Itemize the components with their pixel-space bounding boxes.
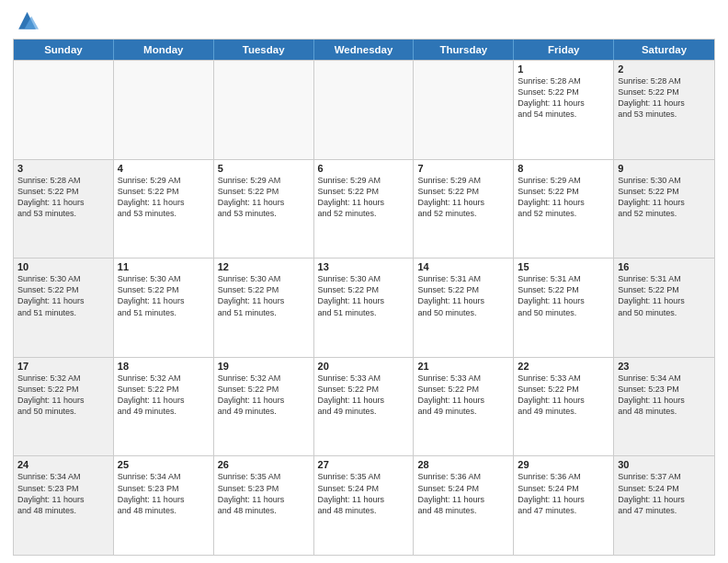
calendar-cell-11: 11Sunrise: 5:30 AM Sunset: 5:22 PM Dayli… [114,259,214,357]
day-info: Sunrise: 5:36 AM Sunset: 5:24 PM Dayligh… [417,471,509,516]
day-number: 17 [17,361,109,372]
day-number: 22 [518,361,609,372]
day-number: 19 [218,361,310,372]
calendar-cell-9: 9Sunrise: 5:30 AM Sunset: 5:22 PM Daylig… [614,160,714,259]
day-number: 23 [618,361,711,372]
header-day-tuesday: Tuesday [214,40,314,60]
day-info: Sunrise: 5:29 AM Sunset: 5:22 PM Dayligh… [518,175,609,220]
day-number: 4 [118,163,210,174]
header-day-friday: Friday [514,40,614,60]
header-day-wednesday: Wednesday [314,40,415,60]
page: SundayMondayTuesdayWednesdayThursdayFrid… [0,0,728,563]
day-info: Sunrise: 5:36 AM Sunset: 5:24 PM Dayligh… [518,471,609,516]
header-day-thursday: Thursday [414,40,514,60]
day-info: Sunrise: 5:34 AM Sunset: 5:23 PM Dayligh… [17,471,109,516]
day-number: 13 [318,261,410,272]
day-number: 16 [618,261,711,272]
calendar-cell-23: 23Sunrise: 5:34 AM Sunset: 5:23 PM Dayli… [614,358,714,456]
calendar-row-4: 17Sunrise: 5:32 AM Sunset: 5:22 PM Dayli… [14,357,714,456]
day-info: Sunrise: 5:29 AM Sunset: 5:22 PM Dayligh… [118,175,210,220]
day-number: 8 [518,163,609,174]
calendar-cell-empty-2 [214,61,314,159]
calendar-row-1: 1Sunrise: 5:28 AM Sunset: 5:22 PM Daylig… [14,60,714,159]
calendar-cell-4: 4Sunrise: 5:29 AM Sunset: 5:22 PM Daylig… [114,160,214,259]
day-info: Sunrise: 5:32 AM Sunset: 5:22 PM Dayligh… [17,373,109,418]
day-info: Sunrise: 5:35 AM Sunset: 5:24 PM Dayligh… [318,471,410,516]
day-number: 18 [118,361,210,372]
day-info: Sunrise: 5:34 AM Sunset: 5:23 PM Dayligh… [618,373,711,418]
calendar-cell-15: 15Sunrise: 5:31 AM Sunset: 5:22 PM Dayli… [514,259,614,357]
day-number: 5 [218,163,310,174]
calendar-cell-28: 28Sunrise: 5:36 AM Sunset: 5:24 PM Dayli… [414,456,514,555]
logo-icon [13,9,39,35]
day-number: 2 [618,63,711,75]
calendar: SundayMondayTuesdayWednesdayThursdayFrid… [13,39,715,556]
day-info: Sunrise: 5:28 AM Sunset: 5:22 PM Dayligh… [17,175,109,220]
calendar-cell-17: 17Sunrise: 5:32 AM Sunset: 5:22 PM Dayli… [14,358,114,456]
calendar-header-row: SundayMondayTuesdayWednesdayThursdayFrid… [14,40,714,60]
day-info: Sunrise: 5:28 AM Sunset: 5:22 PM Dayligh… [518,75,609,121]
calendar-cell-3: 3Sunrise: 5:28 AM Sunset: 5:22 PM Daylig… [14,160,114,259]
day-info: Sunrise: 5:35 AM Sunset: 5:23 PM Dayligh… [218,471,310,516]
day-number: 6 [318,163,410,174]
day-number: 28 [417,459,509,470]
calendar-cell-empty-0 [14,61,114,159]
day-number: 15 [518,261,609,272]
day-number: 24 [17,459,109,470]
calendar-cell-22: 22Sunrise: 5:33 AM Sunset: 5:22 PM Dayli… [514,358,614,456]
day-info: Sunrise: 5:29 AM Sunset: 5:22 PM Dayligh… [318,175,410,220]
day-number: 29 [518,459,609,470]
day-number: 10 [17,261,109,272]
day-number: 27 [318,459,410,470]
day-number: 21 [417,361,509,372]
calendar-cell-14: 14Sunrise: 5:31 AM Sunset: 5:22 PM Dayli… [414,259,514,357]
day-number: 20 [318,361,410,372]
calendar-cell-29: 29Sunrise: 5:36 AM Sunset: 5:24 PM Dayli… [514,456,614,555]
day-info: Sunrise: 5:31 AM Sunset: 5:22 PM Dayligh… [618,273,711,318]
calendar-cell-24: 24Sunrise: 5:34 AM Sunset: 5:23 PM Dayli… [14,456,114,555]
header-day-sunday: Sunday [14,40,114,60]
day-info: Sunrise: 5:30 AM Sunset: 5:22 PM Dayligh… [17,273,109,318]
calendar-cell-12: 12Sunrise: 5:30 AM Sunset: 5:22 PM Dayli… [214,259,314,357]
day-info: Sunrise: 5:34 AM Sunset: 5:23 PM Dayligh… [118,471,210,516]
day-number: 11 [118,261,210,272]
calendar-cell-6: 6Sunrise: 5:29 AM Sunset: 5:22 PM Daylig… [314,160,415,259]
day-number: 3 [17,163,109,174]
day-number: 25 [118,459,210,470]
day-number: 7 [417,163,509,174]
day-info: Sunrise: 5:30 AM Sunset: 5:22 PM Dayligh… [318,273,410,318]
header [13,9,715,35]
calendar-cell-7: 7Sunrise: 5:29 AM Sunset: 5:22 PM Daylig… [414,160,514,259]
calendar-cell-21: 21Sunrise: 5:33 AM Sunset: 5:22 PM Dayli… [414,358,514,456]
calendar-body: 1Sunrise: 5:28 AM Sunset: 5:22 PM Daylig… [14,60,714,555]
calendar-cell-25: 25Sunrise: 5:34 AM Sunset: 5:23 PM Dayli… [114,456,214,555]
day-number: 14 [417,261,509,272]
calendar-cell-8: 8Sunrise: 5:29 AM Sunset: 5:22 PM Daylig… [514,160,614,259]
calendar-row-5: 24Sunrise: 5:34 AM Sunset: 5:23 PM Dayli… [14,455,714,555]
calendar-cell-27: 27Sunrise: 5:35 AM Sunset: 5:24 PM Dayli… [314,456,415,555]
calendar-cell-26: 26Sunrise: 5:35 AM Sunset: 5:23 PM Dayli… [214,456,314,555]
calendar-cell-13: 13Sunrise: 5:30 AM Sunset: 5:22 PM Dayli… [314,259,415,357]
calendar-row-3: 10Sunrise: 5:30 AM Sunset: 5:22 PM Dayli… [14,258,714,357]
calendar-cell-10: 10Sunrise: 5:30 AM Sunset: 5:22 PM Dayli… [14,259,114,357]
calendar-row-2: 3Sunrise: 5:28 AM Sunset: 5:22 PM Daylig… [14,159,714,259]
day-info: Sunrise: 5:29 AM Sunset: 5:22 PM Dayligh… [218,175,310,220]
header-day-monday: Monday [114,40,214,60]
day-info: Sunrise: 5:31 AM Sunset: 5:22 PM Dayligh… [417,273,509,318]
day-number: 1 [518,63,609,75]
calendar-cell-18: 18Sunrise: 5:32 AM Sunset: 5:22 PM Dayli… [114,358,214,456]
day-info: Sunrise: 5:31 AM Sunset: 5:22 PM Dayligh… [518,273,609,318]
calendar-cell-19: 19Sunrise: 5:32 AM Sunset: 5:22 PM Dayli… [214,358,314,456]
day-number: 9 [618,163,711,174]
day-number: 26 [218,459,310,470]
day-number: 12 [218,261,310,272]
day-info: Sunrise: 5:37 AM Sunset: 5:24 PM Dayligh… [618,471,711,516]
day-info: Sunrise: 5:30 AM Sunset: 5:22 PM Dayligh… [618,175,711,220]
logo [13,9,42,35]
header-day-saturday: Saturday [614,40,714,60]
day-info: Sunrise: 5:32 AM Sunset: 5:22 PM Dayligh… [118,373,210,418]
day-number: 30 [618,459,711,470]
day-info: Sunrise: 5:33 AM Sunset: 5:22 PM Dayligh… [318,373,410,418]
calendar-cell-empty-4 [414,61,514,159]
calendar-cell-20: 20Sunrise: 5:33 AM Sunset: 5:22 PM Dayli… [314,358,415,456]
